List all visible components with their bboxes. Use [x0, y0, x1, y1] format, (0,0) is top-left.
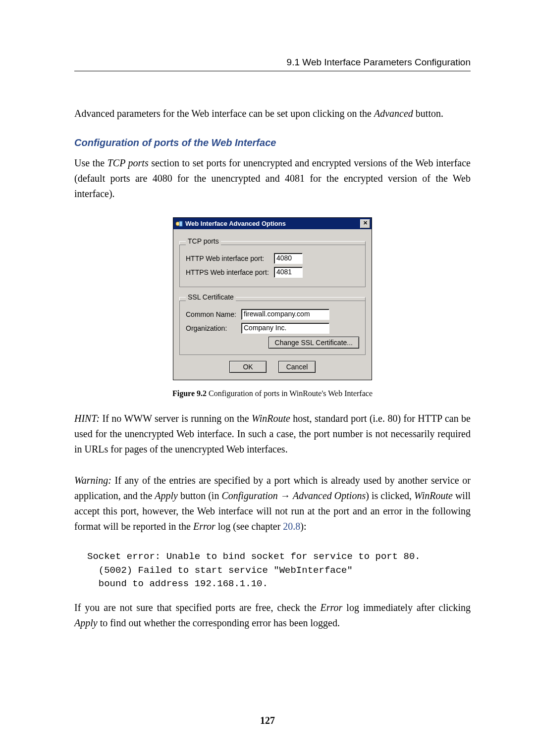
- text: log immediately after clicking: [342, 602, 471, 613]
- cancel-button[interactable]: Cancel: [278, 361, 316, 373]
- text: ) is clicked,: [366, 490, 414, 501]
- running-head: 9.1 Web Interface Parameters Configurati…: [74, 57, 471, 71]
- advanced-options-term: Advanced Options: [293, 490, 366, 501]
- text: button.: [413, 108, 443, 119]
- text: If you are not sure that specified ports…: [74, 602, 321, 613]
- page-number: 127: [0, 715, 535, 726]
- tcp-ports-legend: TCP ports: [186, 237, 221, 245]
- common-name-input[interactable]: firewall.company.com: [241, 309, 329, 320]
- ssl-cert-legend: SSL Certificate: [186, 293, 236, 301]
- figure-text: Configuration of ports in WinRoute's Web…: [207, 389, 373, 398]
- common-name-label: Common Name:: [186, 310, 237, 318]
- ports-paragraph: Use the TCP ports section to set ports f…: [74, 155, 471, 202]
- winroute-term: WinRoute: [414, 490, 453, 501]
- advanced-term: Advanced: [374, 108, 413, 119]
- tail-paragraph: If you are not sure that specified ports…: [74, 600, 471, 631]
- hint-paragraph: HINT: If no WWW server is running on the…: [74, 411, 471, 457]
- http-port-label: HTTP Web interface port:: [186, 254, 270, 262]
- intro-paragraph: Advanced parameters for the Web interfac…: [74, 106, 471, 121]
- warning-paragraph: Warning: If any of the entries are speci…: [74, 473, 471, 534]
- subheading: Configuration of ports of the Web Interf…: [74, 137, 471, 149]
- configuration-term: Configuration: [221, 490, 277, 501]
- organization-label: Organization:: [186, 324, 237, 332]
- text: Use the: [74, 157, 107, 168]
- winroute-term: WinRoute: [252, 413, 290, 424]
- apply-term: Apply: [74, 617, 98, 628]
- hint-lead: HINT:: [74, 413, 100, 424]
- error-term: Error: [321, 602, 343, 613]
- text: Advanced parameters for the Web interfac…: [74, 108, 374, 119]
- change-ssl-button[interactable]: Change SSL Certificate...: [268, 337, 359, 349]
- https-port-input[interactable]: 4081: [274, 267, 303, 278]
- text: log (see chapter: [215, 521, 283, 532]
- text: to find out whether the corresponding er…: [98, 617, 340, 628]
- text: If no WWW server is running on the: [100, 413, 252, 424]
- https-port-label: HTTPS Web interface port:: [186, 268, 270, 276]
- organization-input[interactable]: Company Inc.: [241, 323, 329, 334]
- apply-term: Apply: [155, 490, 178, 501]
- arrow-text: →: [278, 490, 293, 501]
- dialog-titlebar: Web Interface Advanced Options ✕: [173, 218, 372, 229]
- tcp-ports-term: TCP ports: [107, 157, 149, 168]
- figure-label: Figure 9.2: [172, 389, 207, 398]
- app-icon: [175, 220, 183, 228]
- figure-caption: Figure 9.2 Configuration of ports in Win…: [74, 389, 471, 398]
- error-term: Error: [193, 521, 215, 532]
- text: ):: [300, 521, 306, 532]
- svg-rect-1: [179, 221, 182, 226]
- close-icon[interactable]: ✕: [360, 219, 370, 228]
- ssl-cert-group: SSL Certificate Common Name: firewall.co…: [179, 293, 366, 355]
- dialog-title: Web Interface Advanced Options: [185, 220, 286, 227]
- tcp-ports-group: TCP ports HTTP Web interface port: 4080 …: [179, 237, 366, 287]
- warning-lead: Warning:: [74, 475, 111, 486]
- dialog-window: Web Interface Advanced Options ✕ TCP por…: [173, 217, 372, 380]
- text: button (in: [178, 490, 221, 501]
- http-port-input[interactable]: 4080: [274, 253, 303, 264]
- ok-button[interactable]: OK: [229, 361, 267, 373]
- code-block: Socket error: Unable to bind socket for …: [87, 550, 471, 591]
- chapter-link[interactable]: 20.8: [283, 521, 300, 532]
